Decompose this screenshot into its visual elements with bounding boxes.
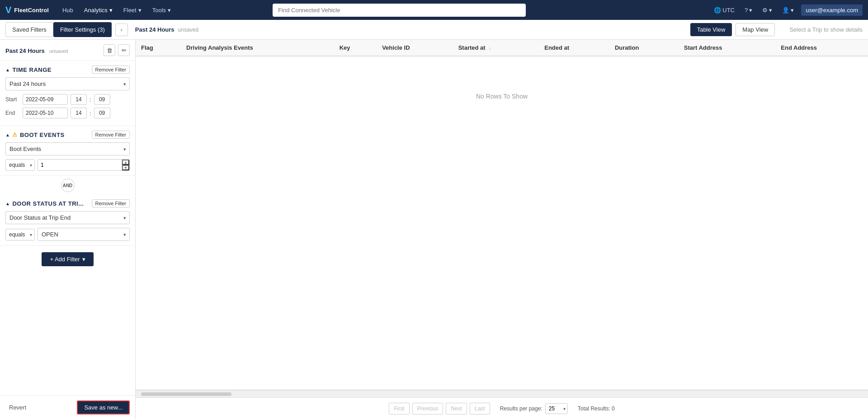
sidebar-footer: Revert Save as new... bbox=[0, 395, 135, 419]
first-page-button[interactable]: First bbox=[389, 403, 409, 414]
remove-door-status-button[interactable]: Remove Filter bbox=[92, 199, 130, 207]
save-as-new-button[interactable]: Save as new... bbox=[77, 400, 130, 414]
spin-down-button[interactable]: ▼ bbox=[122, 165, 129, 170]
boot-events-value-input[interactable] bbox=[38, 160, 122, 170]
remove-time-range-button[interactable]: Remove Filter bbox=[92, 66, 130, 74]
end-date-input[interactable] bbox=[23, 108, 68, 118]
map-view-button[interactable]: Map View bbox=[736, 23, 775, 36]
trips-table: Flag Driving Analysis Events Key Vehicle… bbox=[136, 40, 868, 136]
end-datetime-row: End : bbox=[5, 108, 130, 118]
door-status-value-select[interactable]: OPEN bbox=[38, 228, 130, 241]
boot-events-header: ▲ ⚠ BOOT EVENTS Remove Filter bbox=[5, 131, 130, 139]
boot-events-spinner: ▲ ▼ bbox=[122, 160, 129, 170]
collapse-sidebar-button[interactable]: ‹ bbox=[115, 24, 128, 36]
user-badge[interactable]: user@example.com bbox=[801, 5, 863, 16]
end-min-input[interactable] bbox=[94, 108, 110, 118]
saved-filters-button[interactable]: Saved Filters bbox=[5, 22, 53, 37]
settings-button[interactable]: ⚙ ▾ bbox=[760, 5, 775, 15]
help-icon: ? bbox=[745, 7, 748, 14]
edit-filter-button[interactable]: ✏ bbox=[118, 44, 130, 56]
brand-v-icon: V bbox=[5, 5, 11, 15]
main-content: Past 24 Hours unsaved 🗑 ✏ ▲ TIME RANGE R… bbox=[0, 40, 868, 419]
filter-sidebar: Past 24 Hours unsaved 🗑 ✏ ▲ TIME RANGE R… bbox=[0, 40, 136, 419]
next-page-button[interactable]: Next bbox=[446, 403, 467, 414]
time-range-title: ▲ TIME RANGE bbox=[5, 66, 52, 73]
boot-events-field-select[interactable]: Boot Events bbox=[5, 142, 130, 155]
remove-boot-events-button[interactable]: Remove Filter bbox=[92, 131, 130, 139]
horizontal-scrollbar-area[interactable] bbox=[136, 390, 868, 397]
help-button[interactable]: ? ▾ bbox=[742, 5, 755, 15]
time-separator: : bbox=[90, 96, 91, 103]
start-hour-input[interactable] bbox=[71, 94, 87, 105]
nav-fleet[interactable]: Fleet ▾ bbox=[119, 4, 146, 16]
time-range-preset-wrapper: Past 24 hours bbox=[5, 77, 130, 90]
boot-events-value-wrapper: ▲ ▼ bbox=[38, 159, 130, 171]
time-range-preset-select[interactable]: Past 24 hours bbox=[5, 77, 130, 90]
chevron-down-icon: ▾ bbox=[138, 7, 142, 14]
total-results-label: Total Results: 0 bbox=[578, 405, 615, 412]
col-start-address: Start Address bbox=[679, 40, 776, 56]
previous-page-button[interactable]: Previous bbox=[412, 403, 443, 414]
user-icon: 👤 bbox=[782, 7, 789, 14]
table-view-button[interactable]: Table View bbox=[690, 23, 732, 36]
sidebar-title: Past 24 Hours unsaved bbox=[5, 47, 68, 54]
start-datetime-row: Start : bbox=[5, 94, 130, 105]
revert-button[interactable]: Revert bbox=[5, 402, 30, 413]
user-menu-button[interactable]: 👤 ▾ bbox=[779, 5, 797, 15]
sub-navigation: Saved Filters Filter Settings (3) ‹ Past… bbox=[0, 20, 868, 40]
end-hour-input[interactable] bbox=[71, 108, 87, 118]
chevron-down-icon: ▾ bbox=[168, 7, 171, 14]
door-status-operator-wrapper: equals bbox=[5, 229, 35, 240]
view-toggle-area: Table View Map View Select a Trip to sho… bbox=[690, 23, 863, 36]
results-per-page-wrapper: 25 10 50 100 bbox=[545, 403, 568, 414]
table-wrapper[interactable]: Flag Driving Analysis Events Key Vehicle… bbox=[136, 40, 868, 390]
col-vehicle-id: Vehicle ID bbox=[377, 40, 453, 56]
door-status-value-wrapper: OPEN bbox=[38, 228, 130, 241]
search-bar[interactable] bbox=[273, 4, 526, 17]
brand-name: FleetControl bbox=[14, 7, 49, 14]
chevron-down-icon: ▲ bbox=[5, 201, 10, 206]
start-date-input[interactable] bbox=[23, 94, 68, 105]
col-ended-at: Ended at bbox=[539, 40, 609, 56]
nav-hub[interactable]: Hub bbox=[58, 4, 78, 16]
filter-settings-button[interactable]: Filter Settings (3) bbox=[53, 22, 112, 37]
top-nav-links: Hub Analytics ▾ Fleet ▾ Tools ▾ bbox=[58, 4, 175, 16]
no-rows-message: No Rows To Show bbox=[136, 56, 868, 136]
globe-icon: 🌐 bbox=[714, 7, 721, 14]
col-started-at[interactable]: Started at ↓ bbox=[453, 40, 539, 56]
spin-up-button[interactable]: ▲ bbox=[122, 160, 129, 165]
nav-analytics[interactable]: Analytics ▾ bbox=[80, 4, 117, 16]
topnav-right-area: 🌐 UTC ? ▾ ⚙ ▾ 👤 ▾ user@example.com bbox=[711, 5, 863, 16]
search-input[interactable] bbox=[273, 4, 526, 17]
delete-filter-button[interactable]: 🗑 bbox=[104, 44, 115, 56]
start-label: Start bbox=[5, 96, 20, 103]
last-page-button[interactable]: Last bbox=[470, 403, 490, 414]
brand-logo[interactable]: V FleetControl bbox=[5, 5, 49, 15]
horizontal-scrollbar-thumb[interactable] bbox=[141, 392, 231, 396]
sidebar-actions: 🗑 ✏ bbox=[104, 44, 130, 56]
door-status-operator-select[interactable]: equals bbox=[5, 229, 35, 240]
time-range-header: ▲ TIME RANGE Remove Filter bbox=[5, 66, 130, 74]
gear-icon: ⚙ bbox=[762, 7, 768, 14]
trash-icon: 🗑 bbox=[107, 47, 113, 54]
col-end-address: End Address bbox=[775, 40, 868, 56]
end-label: End bbox=[5, 110, 20, 116]
chevron-down-icon: ▾ bbox=[749, 7, 752, 14]
boot-events-operator-select[interactable]: equals bbox=[5, 159, 35, 171]
and-badge: AND bbox=[61, 179, 75, 192]
pagination-bar: First Previous Next Last Results per pag… bbox=[136, 397, 868, 419]
pencil-icon: ✏ bbox=[122, 47, 127, 54]
start-min-input[interactable] bbox=[94, 94, 110, 105]
col-key: Key bbox=[334, 40, 377, 56]
results-per-page-select[interactable]: 25 10 50 100 bbox=[545, 403, 568, 414]
results-per-page-area: Results per page: 25 10 50 100 bbox=[500, 403, 568, 414]
chevron-down-icon: ▾ bbox=[109, 7, 113, 14]
no-rows-row: No Rows To Show bbox=[136, 56, 868, 136]
nav-tools[interactable]: Tools ▾ bbox=[148, 4, 175, 16]
boot-events-title: ▲ ⚠ BOOT EVENTS bbox=[5, 132, 65, 138]
top-navigation: V FleetControl Hub Analytics ▾ Fleet ▾ T… bbox=[0, 0, 868, 20]
timezone-button[interactable]: 🌐 UTC bbox=[711, 5, 737, 15]
door-status-header: ▲ DOOR STATUS AT TRI... Remove Filter bbox=[5, 199, 130, 207]
add-filter-button[interactable]: + Add Filter ▾ bbox=[42, 252, 93, 266]
door-status-field-select[interactable]: Door Status at Trip End bbox=[5, 211, 130, 224]
